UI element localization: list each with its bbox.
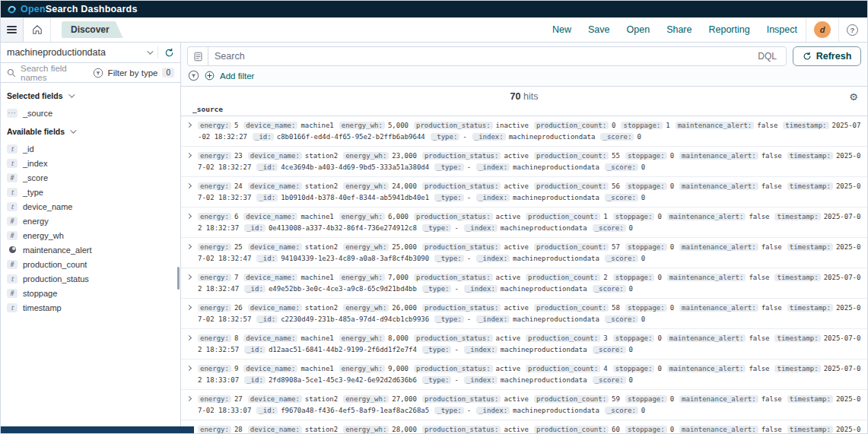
breadcrumb[interactable]: Discover — [62, 21, 123, 38]
results-panel: 70 hits ⚙ _source energy:5device_name:ma… — [181, 86, 867, 434]
field-pill: timestamp: — [787, 152, 833, 160]
expand-doc-icon[interactable] — [187, 306, 198, 309]
field-item-energy[interactable]: #energy — [7, 214, 174, 228]
expand-doc-icon[interactable] — [187, 123, 198, 127]
field-item-stoppage[interactable]: #stoppage — [7, 286, 174, 300]
field-pill: timestamp: — [774, 274, 820, 281]
filter-icon[interactable] — [188, 70, 199, 81]
field-pill: _type: — [431, 133, 460, 141]
field-value: 94104339-1e23-4c89-a0a8-3af8cf4b3090 — [281, 255, 429, 262]
index-pattern-selector[interactable]: machineproductiondata — [1, 43, 180, 63]
sidebar-scrollbar[interactable] — [177, 267, 180, 290]
help-button[interactable]: ? — [839, 24, 867, 36]
home-button[interactable] — [24, 17, 51, 42]
share-button[interactable]: Share — [666, 24, 692, 35]
expand-doc-icon[interactable] — [187, 214, 198, 218]
expand-doc-icon[interactable] — [187, 275, 198, 279]
field-value: active — [504, 182, 529, 190]
hits-counter: 70 hits — [181, 87, 867, 104]
field-item-device_name[interactable]: tdevice_name — [7, 199, 174, 214]
inspect-button[interactable]: Inspect — [767, 24, 797, 35]
field-pill: timestamp: — [787, 304, 833, 312]
string-field-icon: t — [7, 144, 17, 154]
expand-doc-icon[interactable] — [187, 154, 198, 157]
menu-button[interactable] — [1, 17, 24, 42]
avatar: d — [814, 21, 831, 38]
field-pill: production_count: — [526, 334, 600, 342]
field-pill: energy_wh: — [339, 122, 385, 129]
field-value: 0 — [637, 133, 641, 141]
search-field-names-input[interactable]: Search field names — [21, 64, 88, 82]
field-item-_id[interactable]: t_id — [7, 141, 174, 156]
available-fields-toggle[interactable]: Available fields — [7, 127, 174, 136]
field-item-production_count[interactable]: #production_count — [7, 257, 174, 271]
field-value: e49e52bb-3e0c-4ce3-a9c8-65c9d21bd4bb — [269, 285, 417, 293]
string-field-icon: t — [7, 274, 17, 284]
sidebar-collapse-bar[interactable] — [1, 426, 194, 433]
field-pill: _score: — [605, 315, 638, 323]
selected-fields-toggle[interactable]: Selected fields — [7, 91, 174, 100]
field-pill: production_count: — [534, 122, 609, 129]
expand-doc-icon[interactable] — [187, 397, 198, 401]
open-button[interactable]: Open — [627, 24, 650, 35]
field-value: 23 — [234, 152, 243, 160]
document-row: energy:23device_name:station2energy_wh:2… — [181, 147, 867, 177]
field-item-timestamp[interactable]: ttimestamp — [7, 300, 174, 315]
selected-fields-list: ···_source — [7, 106, 174, 120]
query-language-button[interactable]: DQL — [749, 51, 786, 62]
field-value: 0 — [629, 376, 633, 384]
field-pill: energy: — [198, 365, 231, 372]
field-item-_score[interactable]: #_score — [7, 170, 174, 185]
field-pill: production_count: — [526, 213, 600, 220]
search-input[interactable]: Search — [208, 51, 749, 62]
field-value: 0 — [670, 182, 674, 190]
field-pill: production_count: — [534, 152, 609, 160]
field-value: 8,000 — [388, 334, 409, 342]
field-pill: _index: — [476, 163, 510, 171]
new-button[interactable]: New — [552, 24, 571, 35]
field-value: machineproductiondata — [501, 376, 587, 384]
field-search-row: Search field names Filter by type 0 — [1, 63, 180, 83]
field-pill: _index: — [464, 285, 498, 293]
reporting-button[interactable]: Reporting — [708, 24, 749, 35]
field-item-_source[interactable]: ···_source — [7, 106, 174, 120]
field-value: - — [454, 285, 458, 293]
field-pill: production_count: — [526, 274, 600, 281]
field-item-_index[interactable]: t_index — [7, 156, 174, 170]
field-pill: stoppage: — [625, 152, 667, 160]
field-pill: _index: — [472, 133, 506, 141]
refresh-button[interactable]: Refresh — [793, 46, 861, 66]
field-value: 0 — [641, 315, 645, 323]
field-item-_type[interactable]: t_type — [7, 185, 174, 199]
expand-doc-icon[interactable] — [187, 336, 198, 340]
field-pill: production_status: — [414, 213, 493, 220]
app-title: OpenSearch Dashboards — [21, 4, 138, 14]
field-item-production_status[interactable]: tproduction_status — [7, 271, 174, 286]
user-menu[interactable]: d — [806, 21, 838, 38]
field-pill: _type: — [434, 407, 464, 414]
field-pill: energy_wh: — [343, 243, 389, 251]
field-name: timestamp — [23, 303, 62, 312]
field-pill: _index: — [476, 255, 510, 262]
field-pill: _index: — [464, 224, 498, 232]
save-button[interactable]: Save — [588, 24, 610, 35]
filter-by-type-button[interactable]: Filter by type — [108, 68, 158, 78]
document-row: energy:8device_name:machine1energy_wh:8,… — [181, 329, 867, 360]
field-pill: device_name: — [248, 426, 302, 433]
field-item-energy_wh[interactable]: #energy_wh — [7, 228, 174, 242]
saved-query-button[interactable] — [188, 47, 208, 65]
refresh-index-icon[interactable] — [164, 48, 174, 58]
field-value: false — [761, 304, 782, 312]
filter-bar: Add filter — [181, 69, 867, 86]
doc-source-text: energy:5device_name:machine1energy_wh:5,… — [198, 120, 863, 143]
table-settings-gear-icon[interactable]: ⚙ — [849, 92, 858, 102]
expand-doc-icon[interactable] — [187, 184, 198, 188]
string-field-icon: t — [7, 303, 17, 312]
field-item-maintenance_alert[interactable]: maintenance_alert — [7, 242, 174, 257]
add-filter-button[interactable]: Add filter — [220, 71, 254, 81]
expand-doc-icon[interactable] — [187, 245, 198, 249]
field-pill: _id: — [256, 407, 278, 414]
nav-toolbar: Discover New Save Open Share Reporting I… — [1, 17, 867, 43]
expand-doc-icon[interactable] — [187, 366, 198, 370]
number-field-icon: # — [7, 231, 17, 240]
